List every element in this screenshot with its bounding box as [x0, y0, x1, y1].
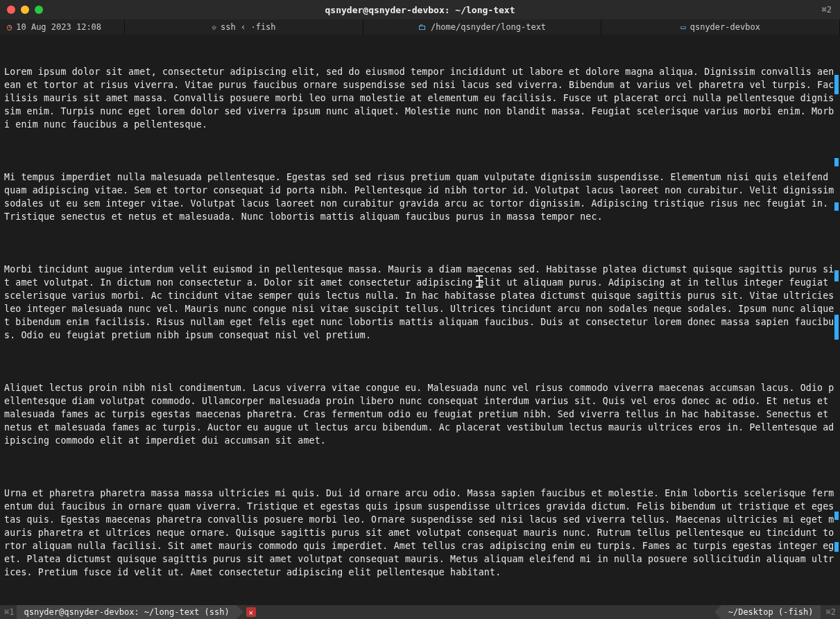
chevron-right-icon [237, 605, 243, 619]
minimize-icon[interactable] [21, 6, 29, 14]
status-left[interactable]: ⌘1 qsnyder@qsnyder-devbox: ~/long-text (… [0, 605, 420, 619]
status-right[interactable]: ~/Desktop (-fish) ⌘2 [714, 605, 840, 619]
host-segment[interactable]: ▭ qsnyder-devbox [601, 19, 840, 35]
status-bar: ⌘1 qsnyder@qsnyder-devbox: ~/long-text (… [0, 605, 840, 619]
text-paragraph: Urna et pharetra pharetra massa massa ul… [4, 487, 836, 579]
close-icon[interactable] [7, 6, 15, 14]
folder-icon: 🗀 [418, 22, 427, 32]
host-icon: ▭ [680, 22, 685, 32]
scroll-mark [834, 542, 839, 552]
chevron-left-icon [714, 605, 721, 619]
status-right-label: ~/Desktop (-fish) [721, 605, 821, 619]
clock-segment: ◷ 10 Aug 2023 12:08 [0, 19, 125, 35]
clock-icon: ◷ [7, 22, 12, 32]
status-left-index: ⌘1 [4, 607, 14, 617]
link-icon: ⟐ [212, 22, 216, 32]
status-right-index: ⌘2 [826, 607, 836, 617]
scroll-mark [834, 315, 839, 340]
scroll-indicator[interactable] [834, 35, 839, 603]
host-text: qsnyder-devbox [690, 22, 760, 32]
text-paragraph: Aliquet lectus proin nibh nisl condiment… [4, 381, 836, 447]
window-titlebar: qsnyder@qsnyder-devbox: ~/long-text ⌘2 [0, 0, 840, 19]
traffic-lights [7, 6, 43, 14]
text-paragraph: Morbi tincidunt augue interdum velit eui… [4, 263, 836, 342]
terminal-viewport[interactable]: Lorem ipsum dolor sit amet, consectetur … [0, 35, 840, 603]
scroll-mark [834, 270, 839, 281]
path-segment[interactable]: 🗀 /home/qsnyder/long-text [363, 19, 602, 35]
scroll-mark [834, 202, 839, 211]
info-bar: ◷ 10 Aug 2023 12:08 ⟐ ssh ‹ ·fish 🗀 /hom… [0, 19, 840, 35]
status-left-label: qsnyder@qsnyder-devbox: ~/long-text (ssh… [17, 605, 236, 619]
ssh-segment[interactable]: ⟐ ssh ‹ ·fish [125, 19, 363, 35]
ssh-label: ssh ‹ ·fish [221, 22, 275, 32]
error-indicator-icon: ✕ [246, 607, 256, 617]
scroll-mark [834, 158, 839, 166]
maximize-icon[interactable] [35, 6, 43, 14]
text-paragraph: Lorem ipsum dolor sit amet, consectetur … [4, 65, 836, 131]
path-text: /home/qsnyder/long-text [431, 22, 546, 32]
scroll-mark [834, 512, 839, 520]
window-title: qsnyder@qsnyder-devbox: ~/long-text [325, 5, 515, 15]
clock-text: 10 Aug 2023 12:08 [16, 22, 101, 32]
text-paragraph: Mi tempus imperdiet nulla malesuada pell… [4, 171, 836, 223]
scroll-mark [834, 75, 839, 94]
window-shortcut-indicator: ⌘2 [822, 5, 832, 15]
